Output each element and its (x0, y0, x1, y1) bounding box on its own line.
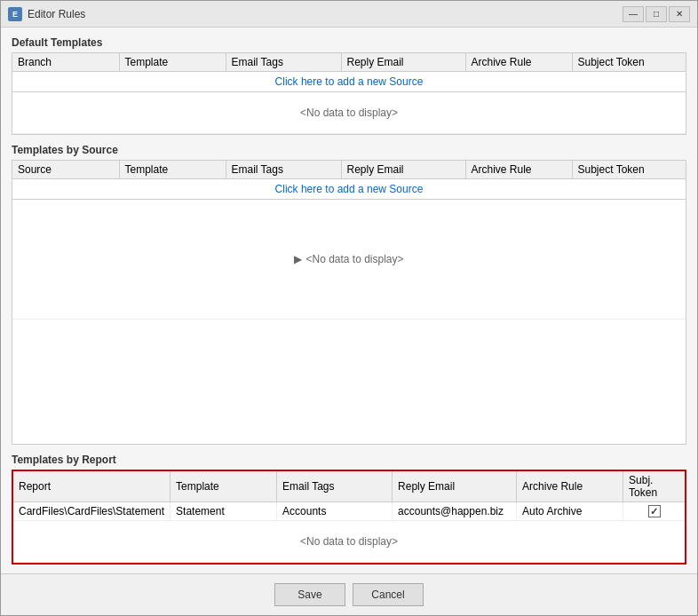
col-header-source-replyemail: Reply Email (341, 161, 465, 179)
default-templates-table-container: Branch Template Email Tags Reply Email A… (12, 52, 686, 135)
report-cell-report: CardFiles\CardFiles\Statement (13, 501, 171, 521)
col-header-replyemail: Reply Email (341, 53, 465, 72)
window-icon: E (8, 7, 22, 21)
default-templates-nodata-text: <No data to display> (12, 92, 686, 134)
add-source-default-link[interactable]: Click here to add a new Source (12, 72, 686, 92)
editor-rules-window: E Editor Rules — □ ✕ Default Templates B… (0, 0, 698, 616)
col-header-template: Template (119, 53, 226, 72)
add-source-source-link[interactable]: Click here to add a new Source (12, 179, 686, 200)
title-bar: E Editor Rules — □ ✕ (1, 1, 697, 28)
subject-token-checkbox[interactable] (648, 505, 661, 517)
default-templates-section: Default Templates Branch Template Email … (12, 36, 686, 135)
default-templates-header-row: Branch Template Email Tags Reply Email A… (12, 53, 686, 72)
templates-by-source-table-container: Source Template Email Tags Reply Email A… (12, 160, 686, 445)
col-header-subjecttoken: Subject Token (572, 53, 686, 72)
restore-button[interactable]: □ (646, 6, 667, 22)
footer: Save Cancel (1, 573, 697, 615)
close-button[interactable]: ✕ (669, 6, 690, 22)
templates-by-report-table-container: Report Template Email Tags Reply Email A… (12, 470, 686, 565)
window-content: Default Templates Branch Template Email … (1, 28, 697, 573)
col-header-source: Source (12, 161, 119, 179)
col-header-report-emailtags: Email Tags (277, 471, 393, 502)
window-controls: — □ ✕ (623, 6, 690, 22)
minimize-button[interactable]: — (623, 6, 644, 22)
source-nodata-row: ▶<No data to display> (12, 200, 686, 320)
templates-by-report-title: Templates by Report (12, 454, 686, 466)
source-nodata-text: ▶<No data to display> (12, 200, 686, 320)
report-cell-template: Statement (171, 501, 277, 521)
templates-by-report-table: Report Template Email Tags Reply Email A… (13, 471, 685, 564)
default-templates-table: Branch Template Email Tags Reply Email A… (12, 53, 686, 134)
report-header-row: Report Template Email Tags Reply Email A… (13, 471, 685, 502)
col-header-emailtags: Email Tags (226, 53, 341, 72)
templates-by-source-section: Templates by Source Source Template Emai… (12, 144, 686, 445)
col-header-branch: Branch (12, 53, 119, 72)
report-cell-subjecttoken[interactable] (623, 501, 685, 521)
report-cell-replyemail: accounts@happen.biz (393, 501, 517, 521)
templates-by-source-table: Source Template Email Tags Reply Email A… (12, 161, 686, 320)
report-data-row: CardFiles\CardFiles\Statement Statement … (13, 501, 685, 521)
col-header-source-template: Template (119, 161, 226, 179)
col-header-source-subjecttoken: Subject Token (572, 161, 686, 179)
report-cell-emailtags: Accounts (277, 501, 393, 521)
add-source-source-row[interactable]: Click here to add a new Source (12, 179, 686, 200)
col-header-archiverule: Archive Rule (465, 53, 572, 72)
report-cell-archiverule: Auto Archive (517, 501, 623, 521)
col-header-source-archiverule: Archive Rule (465, 161, 572, 179)
cursor-icon: ▶ (294, 253, 302, 265)
report-nodata-text: <No data to display> (13, 521, 685, 563)
default-templates-nodata-row: <No data to display> (12, 92, 686, 134)
col-header-report-archiverule: Archive Rule (517, 471, 623, 502)
add-source-default-row[interactable]: Click here to add a new Source (12, 72, 686, 92)
report-nodata-row: <No data to display> (13, 521, 685, 563)
window-title: Editor Rules (28, 8, 623, 20)
col-header-report-template: Template (171, 471, 277, 502)
save-button[interactable]: Save (274, 583, 345, 606)
col-header-source-emailtags: Email Tags (226, 161, 341, 179)
templates-by-source-title: Templates by Source (12, 144, 686, 156)
templates-by-report-section: Templates by Report Report Template Emai… (12, 454, 686, 565)
col-header-report-replyemail: Reply Email (393, 471, 517, 502)
default-templates-title: Default Templates (12, 36, 686, 49)
source-header-row: Source Template Email Tags Reply Email A… (12, 161, 686, 179)
col-header-report-subjecttoken: Subj. Token (623, 471, 685, 502)
cancel-button[interactable]: Cancel (353, 583, 424, 606)
col-header-report: Report (13, 471, 171, 502)
